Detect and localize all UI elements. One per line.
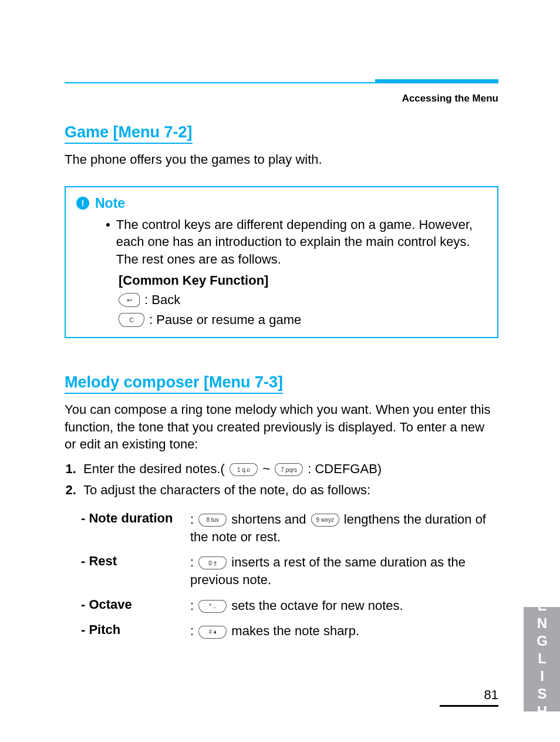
key-7-icon: 7 pqrs (275, 463, 303, 476)
key-c-icon: C (119, 313, 144, 327)
step-one: Enter the desired notes.( 1 q.o ~ 7 pqrs… (80, 461, 498, 477)
note-icon: ! (76, 197, 89, 210)
page-number: 81 (440, 687, 498, 703)
section-intro-melody: You can compose a ring tone melody which… (65, 401, 498, 453)
def-label-pitch: - Pitch (65, 622, 187, 638)
colon: : (190, 512, 197, 527)
section-intro-game: The phone offers you the games to play w… (65, 151, 498, 168)
note-bullet: • The control keys are different dependi… (106, 216, 487, 268)
def-label-octave: - Octave (65, 597, 187, 612)
key-9-icon: 9 wxyz (311, 514, 339, 527)
def-octave: - Octave : * .. sets the octave for new … (65, 597, 498, 615)
colon: : (190, 598, 197, 613)
key-star-icon: * .. (198, 600, 227, 613)
key-row-pause: C : Pause or resume a game (119, 311, 487, 329)
bullet-dot: • (106, 216, 110, 268)
definition-list: - Note duration : 8 tuv shortens and 9 w… (65, 511, 498, 640)
colon: : (190, 555, 197, 569)
common-key-heading: [Common Key Function] (119, 272, 487, 289)
header-rule (65, 82, 498, 88)
def-desc-octave: : * .. sets the octave for new notes. (190, 597, 498, 615)
page-number-rule (440, 705, 498, 707)
def-label-note-duration: - Note duration (65, 511, 187, 526)
key-0-icon: 0 ± (198, 556, 227, 569)
note-title-row: ! Note (76, 194, 487, 213)
note-label: Note (95, 194, 125, 213)
steps-list: Enter the desired notes.( 1 q.o ~ 7 pqrs… (65, 461, 498, 498)
def-pitch: - Pitch : # ♦ makes the note sharp. (65, 622, 498, 640)
softkey-back-icon: ↩ (119, 293, 140, 307)
key-8-icon: 8 tuv (198, 514, 227, 527)
def-label-rest: - Rest (65, 554, 187, 569)
text: makes the note sharp. (231, 623, 359, 638)
key-back-desc: : Back (144, 291, 180, 309)
step-one-prefix: Enter the desired notes.( (83, 461, 228, 476)
def-desc-pitch: : # ♦ makes the note sharp. (190, 622, 498, 640)
page-number-block: 81 (440, 687, 498, 707)
key-1-icon: 1 q.o (230, 463, 258, 476)
key-hash-icon: # ♦ (198, 626, 227, 639)
key-row-back: ↩ : Back (119, 291, 487, 309)
colon: : (190, 623, 197, 638)
section-title-melody: Melody composer [Menu 7-3] (65, 373, 283, 394)
text: sets the octave for new notes. (231, 598, 403, 613)
def-note-duration: - Note duration : 8 tuv shortens and 9 w… (65, 511, 498, 545)
text: inserts a rest of the same duration as t… (190, 555, 465, 587)
breadcrumb: Accessing the Menu (402, 93, 498, 104)
note-bullet-text: The control keys are different depending… (116, 216, 487, 268)
def-rest: - Rest : 0 ± inserts a rest of the same … (65, 554, 498, 588)
manual-page: Accessing the Menu Game [Menu 7-2] The p… (0, 0, 560, 742)
key-pause-desc: : Pause or resume a game (149, 311, 301, 329)
def-desc-note-duration: : 8 tuv shortens and 9 wxyz lengthens th… (190, 511, 498, 545)
step-one-suffix: : CDEFGAB) (308, 461, 382, 476)
text: shortens and (231, 512, 309, 527)
note-box: ! Note • The control keys are different … (65, 186, 498, 338)
language-tab: ENGLISH (524, 607, 560, 711)
language-tab-label: ENGLISH (534, 598, 550, 721)
section-title-game: Game [Menu 7-2] (65, 123, 193, 144)
step-two: To adjust the characters of the note, do… (80, 483, 498, 498)
step-one-mid: ~ (262, 461, 274, 476)
def-desc-rest: : 0 ± inserts a rest of the same duratio… (190, 554, 498, 588)
